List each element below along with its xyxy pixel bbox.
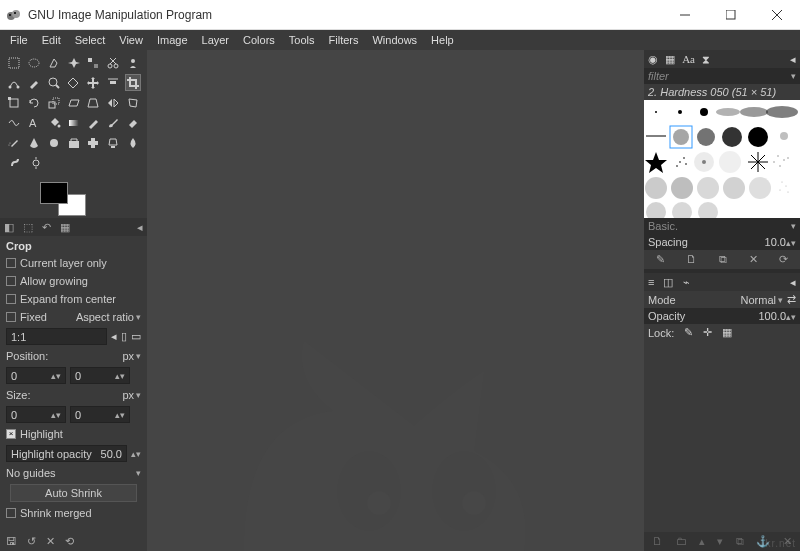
tool-blur[interactable] [125,134,141,151]
canvas-area[interactable] [147,50,644,551]
tab-layers-icon[interactable]: ≡ [648,276,654,288]
tab-menu-icon[interactable]: ◂ [137,221,143,234]
tool-measure[interactable] [65,74,81,91]
menu-help[interactable]: Help [425,32,460,48]
brush-preset-caret-icon[interactable]: ▾ [791,221,796,231]
lock-alpha-icon[interactable]: ▦ [722,326,732,339]
tool-eraser[interactable] [125,114,141,131]
dropdown-guides[interactable]: No guides [6,467,132,479]
landscape-icon[interactable]: ▭ [131,330,141,343]
new-layer-icon[interactable]: 🗋 [652,535,663,548]
tool-color-picker[interactable] [26,74,42,91]
portrait-icon[interactable]: ▯ [121,330,127,343]
tool-perspective-clone[interactable] [105,134,121,151]
duplicate-layer-icon[interactable]: ⧉ [736,535,744,548]
delete-brush-icon[interactable]: ✕ [749,253,758,266]
menu-colors[interactable]: Colors [237,32,281,48]
tool-zoom[interactable] [46,74,62,91]
tool-move[interactable] [85,74,101,91]
tool-foreground-select[interactable] [125,54,141,71]
duplicate-brush-icon[interactable]: ⧉ [719,253,727,266]
menu-image[interactable]: Image [151,32,194,48]
delete-preset-icon[interactable]: ✕ [46,535,55,548]
tool-scissors[interactable] [105,54,121,71]
tool-heal[interactable] [85,134,101,151]
tool-airbrush[interactable] [6,134,22,151]
new-group-icon[interactable]: 🗀 [676,535,687,548]
foreground-color[interactable] [40,182,68,204]
tool-rect-select[interactable] [6,54,22,71]
tool-ellipse-select[interactable] [26,54,42,71]
checkbox-expand-from-center[interactable] [6,294,16,304]
restore-preset-icon[interactable]: ↺ [27,535,36,548]
brush-preset-dropdown[interactable]: Basic. [648,220,678,232]
input-position-y[interactable]: 0▴▾ [70,367,130,384]
input-position-x[interactable]: 0▴▾ [6,367,66,384]
lock-pixels-icon[interactable]: ✎ [684,326,693,339]
tool-text[interactable]: A [26,114,42,131]
layers-list[interactable] [644,341,800,532]
close-button[interactable] [754,0,800,30]
tool-flip[interactable] [105,94,121,111]
input-highlight-opacity[interactable]: Highlight opacity 50.0 [6,445,127,462]
tool-clone[interactable] [66,134,82,151]
save-preset-icon[interactable]: 🖫 [6,535,17,548]
menu-windows[interactable]: Windows [366,32,423,48]
lower-layer-icon[interactable]: ▾ [717,535,723,548]
menu-edit[interactable]: Edit [36,32,67,48]
input-layer-opacity[interactable]: 100.0 [758,310,786,322]
tool-rotate[interactable] [26,94,42,111]
input-spacing[interactable]: 10.0 [765,236,786,248]
raise-layer-icon[interactable]: ▴ [699,535,705,548]
tab-images-icon[interactable]: ▦ [60,221,70,233]
tool-mypaint[interactable] [46,134,62,151]
tab-undo-history-icon[interactable]: ↶ [42,221,51,233]
tool-crop[interactable] [125,74,141,91]
tool-cage[interactable] [125,94,141,111]
menu-layer[interactable]: Layer [196,32,236,48]
tab-tool-options-icon[interactable]: ◧ [4,221,14,233]
tool-paintbrush[interactable] [105,114,121,131]
tool-scale[interactable] [46,94,62,111]
tool-align[interactable] [105,74,121,91]
dropdown-size-unit[interactable]: px ▾ [122,389,141,401]
tool-smudge[interactable] [6,154,23,171]
menu-filters[interactable]: Filters [323,32,365,48]
tool-perspective[interactable] [85,94,101,111]
tool-fuzzy-select[interactable] [66,54,82,71]
tool-pencil[interactable] [85,114,101,131]
tool-warp[interactable] [6,114,22,131]
input-ratio[interactable]: 1:1 [6,328,107,345]
tab-patterns-icon[interactable]: ▦ [665,53,675,65]
dropdown-blend-mode[interactable]: Normal ▾ [741,294,783,306]
tool-unified-transform[interactable] [6,94,22,111]
lock-position-icon[interactable]: ✛ [703,326,712,339]
tool-paths[interactable] [6,74,22,91]
tab-device-status-icon[interactable]: ⬚ [23,221,33,233]
input-size-h[interactable]: 0▴▾ [70,406,130,423]
checkbox-allow-growing[interactable] [6,276,16,286]
tool-bucket-fill[interactable] [46,114,62,131]
input-size-w[interactable]: 0▴▾ [6,406,66,423]
tool-by-color-select[interactable] [85,54,101,71]
menu-file[interactable]: File [4,32,34,48]
checkbox-shrink-merged[interactable] [6,508,16,518]
new-brush-icon[interactable]: 🗋 [686,253,697,266]
checkbox-current-layer-only[interactable] [6,258,16,268]
maximize-button[interactable] [708,0,754,30]
clear-icon[interactable]: ◂ [111,330,117,343]
tool-free-select[interactable] [46,54,62,71]
brush-filter-input[interactable]: filter [648,70,669,82]
dropdown-fixed-mode[interactable]: Aspect ratio ▾ [76,311,141,323]
tool-dodge[interactable] [27,154,44,171]
brush-filter-caret-icon[interactable]: ▾ [791,71,796,81]
tool-ink[interactable] [26,134,42,151]
tool-shear[interactable] [66,94,82,111]
tool-gradient[interactable] [66,114,82,131]
checkbox-highlight[interactable]: × [6,429,16,439]
tab-menu-icon[interactable]: ◂ [790,276,796,289]
menu-view[interactable]: View [113,32,149,48]
refresh-brushes-icon[interactable]: ⟳ [779,253,788,266]
brush-grid[interactable] [644,100,800,218]
edit-brush-icon[interactable]: ✎ [656,253,665,266]
